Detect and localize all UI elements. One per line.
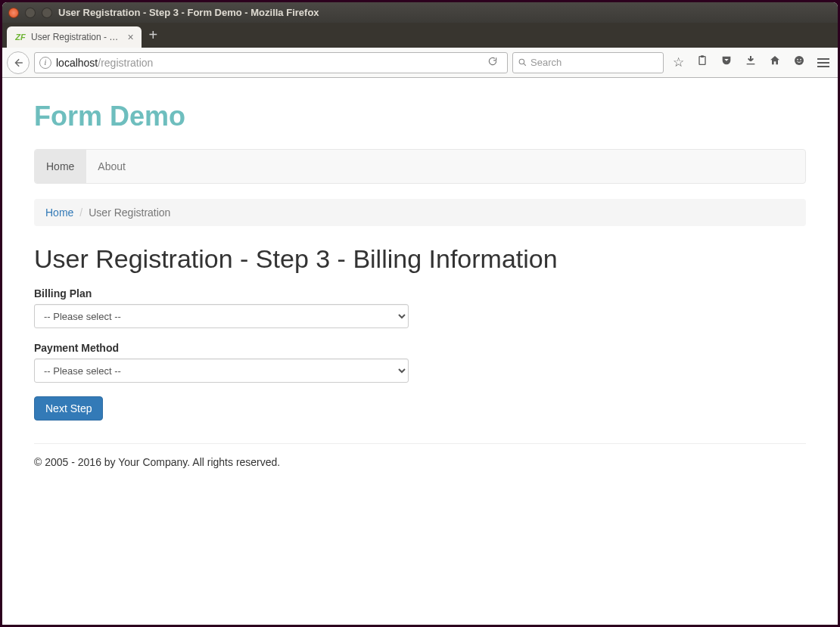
favicon-icon: ZF [14,31,26,43]
next-step-button[interactable]: Next Step [34,396,103,421]
svg-rect-3 [747,64,755,64]
nav-home[interactable]: Home [35,150,86,183]
search-placeholder: Search [530,57,562,68]
tab-close-button[interactable]: × [127,31,133,43]
page-title: User Registration - Step 3 - Billing Inf… [34,244,806,274]
browser-tab-active[interactable]: ZF User Registration - … × [7,26,142,48]
breadcrumb-current: User Registration [89,206,170,219]
smiley-icon[interactable] [789,54,809,70]
home-button[interactable] [765,54,785,70]
tab-title: User Registration - … [31,32,118,42]
url-text: localhost/registration [56,57,478,69]
svg-rect-2 [701,55,704,57]
browser-tabstrip: ZF User Registration - … × + [2,23,838,48]
billing-plan-select[interactable]: -- Please select -- [34,304,409,328]
downloads-button[interactable] [741,54,761,70]
window-maximize-button[interactable] [42,8,52,18]
reload-button[interactable] [483,56,502,69]
billing-plan-label: Billing Plan [34,287,806,300]
browser-toolbar: i localhost/registration Search ☆ [2,48,838,78]
nav-about[interactable]: About [86,150,137,183]
site-brand: Form Demo [34,101,806,132]
firefox-window: User Registration - Step 3 - Form Demo -… [2,2,838,625]
window-minimize-button[interactable] [25,8,36,18]
arrow-left-icon [13,57,23,68]
breadcrumb-separator: / [79,206,82,219]
pocket-button[interactable] [717,54,736,70]
window-titlebar: User Registration - Step 3 - Form Demo -… [2,2,838,23]
svg-point-5 [797,59,798,61]
svg-point-4 [795,56,804,65]
billing-plan-group: Billing Plan -- Please select -- [34,287,806,328]
svg-point-6 [800,59,801,61]
page-viewport: Form Demo Home About Home / User Registr… [2,78,838,625]
new-tab-button[interactable]: + [149,26,158,44]
window-close-button[interactable] [8,8,19,18]
reload-icon [487,56,498,67]
payment-method-group: Payment Method -- Please select -- [34,342,806,383]
menu-button[interactable] [814,58,833,67]
browser-search-bar[interactable]: Search [512,52,664,73]
payment-method-label: Payment Method [34,342,806,354]
back-button[interactable] [7,51,30,74]
url-bar[interactable]: i localhost/registration [34,52,508,73]
svg-rect-1 [699,57,705,65]
breadcrumb: Home / User Registration [34,199,806,226]
payment-method-select[interactable]: -- Please select -- [34,359,409,383]
footer-copyright: © 2005 - 2016 by Your Company. All right… [34,456,806,468]
breadcrumb-home[interactable]: Home [45,206,73,219]
site-info-icon[interactable]: i [39,57,51,69]
search-icon [518,57,527,67]
footer-divider [34,443,806,444]
bookmark-star-button[interactable]: ☆ [668,54,688,70]
main-nav: Home About [34,149,806,184]
url-path: /registration [98,57,153,69]
window-title: User Registration - Step 3 - Form Demo -… [58,7,319,18]
url-host: localhost [56,57,98,69]
clipboard-icon[interactable] [692,54,712,70]
page-container: Form Demo Home About Home / User Registr… [34,78,806,498]
svg-point-0 [519,59,524,64]
